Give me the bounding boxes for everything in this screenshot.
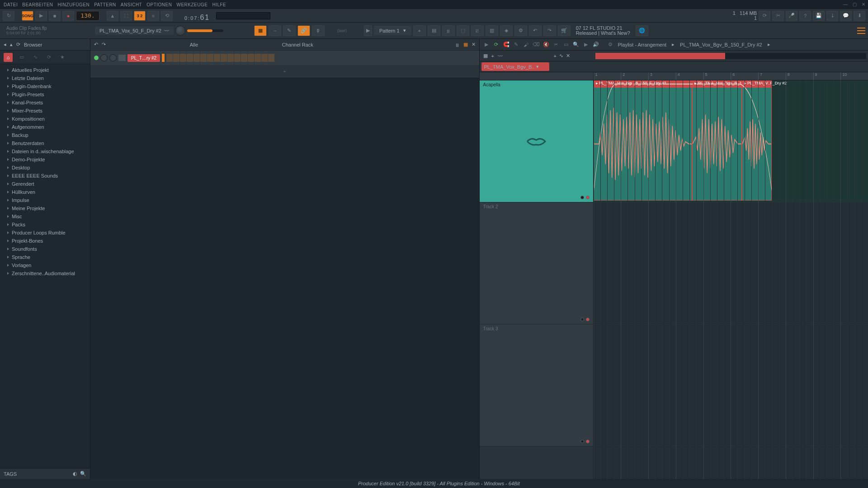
tree-item[interactable]: Misc bbox=[0, 212, 90, 221]
channel-pan-knob[interactable] bbox=[100, 54, 108, 61]
pl-sync-icon[interactable]: ⟳ bbox=[492, 41, 500, 49]
export-button[interactable]: ⤓ bbox=[826, 11, 838, 21]
step-cell[interactable] bbox=[241, 54, 247, 62]
step-cell[interactable] bbox=[255, 54, 261, 62]
audio-clip-1[interactable]: ▸ PL_TMA_Vox_Bgv_B_150_F_Dry #2 bbox=[594, 80, 693, 201]
wait-button[interactable]: ⬚ bbox=[120, 11, 132, 21]
metronome-button[interactable]: ▲ bbox=[107, 11, 118, 21]
tool-slice-button[interactable]: ✎ bbox=[283, 25, 296, 36]
pl-play-icon[interactable]: ▶ bbox=[482, 41, 491, 49]
tree-item[interactable]: Demo-Projekte bbox=[0, 155, 90, 164]
pl-wave-icon[interactable]: 〰 bbox=[498, 53, 503, 59]
channel-vol-knob[interactable] bbox=[109, 54, 117, 61]
view-channels-button[interactable]: ▤ bbox=[428, 25, 440, 36]
pl-slice-icon[interactable]: ✂ bbox=[552, 41, 560, 49]
playlist-crumb-clip[interactable]: PL_TMA_Vox_Bgv_B_150_F_Dry #2 bbox=[678, 42, 764, 47]
bar-tick[interactable]: 8 bbox=[786, 72, 813, 80]
tree-item[interactable]: Sprache bbox=[0, 253, 90, 261]
rewind-button[interactable]: ↻ bbox=[3, 11, 14, 21]
step-cell[interactable] bbox=[248, 54, 254, 62]
pl-automate-icon[interactable]: ∿ bbox=[559, 53, 563, 59]
pl-closepick-icon[interactable]: ✕ bbox=[566, 53, 570, 59]
close-button[interactable]: ✕ bbox=[859, 0, 868, 8]
menu-options[interactable]: OPTIONEN bbox=[145, 2, 174, 7]
tree-item[interactable]: Impulse bbox=[0, 196, 90, 204]
help-button[interactable]: ? bbox=[799, 11, 811, 21]
browser-refresh-button[interactable]: ⟳ bbox=[44, 53, 53, 62]
channel-enable-dot[interactable] bbox=[94, 56, 99, 60]
step-cell[interactable] bbox=[193, 54, 200, 62]
refresh-icon[interactable]: ⟳ bbox=[16, 42, 20, 47]
picker-clip-chip[interactable]: PL_TMA_Vox_Bgv_B.. ▾ bbox=[481, 62, 549, 71]
browser-home-button[interactable]: ⌂ bbox=[4, 53, 13, 62]
save-button[interactable]: 💾 bbox=[813, 11, 825, 21]
ch-close-icon[interactable]: ✕ bbox=[472, 42, 476, 47]
overdub-button[interactable]: ≡ bbox=[147, 11, 159, 21]
channel-add-button[interactable]: + bbox=[90, 65, 479, 78]
pattern-play-button[interactable]: ▶ bbox=[364, 25, 372, 36]
bar-tick[interactable]: 9 bbox=[813, 72, 841, 80]
pl-add-icon[interactable]: + bbox=[491, 53, 494, 59]
playlist-ruler[interactable]: 12345678910 bbox=[480, 72, 868, 80]
tree-item[interactable]: Vorlagen bbox=[0, 261, 90, 269]
bar-tick[interactable]: 7 bbox=[758, 72, 786, 80]
bar-tick[interactable]: 6 bbox=[731, 72, 758, 80]
step-cell[interactable] bbox=[187, 54, 193, 62]
globe-button[interactable]: 🌐 bbox=[636, 25, 648, 36]
tree-item[interactable]: Packs bbox=[0, 221, 90, 229]
pl-grid-icon[interactable]: ▦ bbox=[483, 53, 488, 59]
ch-back-icon[interactable]: ↶ bbox=[94, 42, 98, 47]
tree-item[interactable]: Zerschnittene..Audiomaterial bbox=[0, 269, 90, 277]
channel-route-box[interactable] bbox=[118, 55, 126, 61]
pl-select-icon[interactable]: ▭ bbox=[562, 41, 570, 49]
browser-fav-button[interactable]: ★ bbox=[58, 53, 67, 62]
view-sliders-button[interactable]: ⎚ bbox=[471, 25, 484, 36]
pattern-selector[interactable]: Pattern 1▾ bbox=[374, 26, 411, 35]
news-box[interactable]: 07 12 FL STUDIO 21 Released | What's New… bbox=[572, 26, 634, 36]
minimize-button[interactable]: — bbox=[841, 0, 850, 8]
ch-filter[interactable]: Alle bbox=[190, 42, 198, 47]
step-cell[interactable] bbox=[173, 54, 179, 62]
chevron-left-icon[interactable]: ◂ bbox=[4, 42, 6, 47]
shop-button[interactable]: 🛒 bbox=[558, 25, 571, 36]
menu-add[interactable]: HINZUFÜGEN bbox=[56, 2, 92, 7]
view-playlist-button[interactable]: ▦ bbox=[254, 25, 267, 36]
track-header-1[interactable]: Acapella bbox=[480, 80, 593, 202]
hamburger-button[interactable] bbox=[857, 28, 865, 34]
tree-item[interactable]: Soundfonts bbox=[0, 245, 90, 253]
view-next-button[interactable]: → bbox=[269, 25, 281, 36]
song-mode-button[interactable]: SONG bbox=[22, 11, 33, 21]
step-cell[interactable] bbox=[180, 54, 186, 62]
track-header-3[interactable]: Track 3 bbox=[480, 324, 593, 446]
redo-button[interactable]: ↷ bbox=[543, 25, 556, 36]
step-cell[interactable] bbox=[227, 54, 234, 62]
tool-link-button[interactable]: 🔗 bbox=[297, 25, 310, 36]
pl-pencil-icon[interactable]: ✎ bbox=[512, 41, 520, 49]
menu-edit[interactable]: BEARBEITEN bbox=[20, 2, 55, 7]
ch-graph-icon[interactable]: ⫼ bbox=[455, 42, 460, 47]
bar-tick[interactable]: 5 bbox=[703, 72, 731, 80]
undo-button[interactable]: ↶ bbox=[529, 25, 542, 36]
menubar[interactable]: DATEI BEARBEITEN HINZUFÜGEN PATTERN ANSI… bbox=[0, 0, 868, 9]
channel-select-bar[interactable] bbox=[162, 54, 165, 62]
step-sequencer[interactable] bbox=[166, 54, 274, 62]
menu-tools[interactable]: WERKZEUGE bbox=[175, 2, 209, 7]
step-cell[interactable] bbox=[268, 54, 274, 62]
bar-tick[interactable]: 1 bbox=[594, 72, 621, 80]
track-solo-dot[interactable] bbox=[586, 440, 590, 443]
ch-fwd-icon[interactable]: ↷ bbox=[102, 42, 106, 47]
bar-tick[interactable]: 3 bbox=[648, 72, 676, 80]
playlist-minimap[interactable] bbox=[595, 53, 867, 59]
tree-item[interactable]: Kanal-Presets bbox=[0, 99, 90, 107]
audio-clip-3[interactable]: ▸ PL_TMA_V..F_Dry #2 bbox=[742, 80, 772, 201]
step-cell[interactable] bbox=[200, 54, 207, 62]
browser-tree[interactable]: Aktuelles ProjektLetzte DateienPlugin-Da… bbox=[0, 64, 90, 468]
volume-slider[interactable] bbox=[187, 29, 223, 32]
search-icon[interactable]: 🔍 bbox=[80, 471, 86, 477]
track-mute-dot[interactable] bbox=[580, 318, 584, 321]
ch-grid-icon[interactable]: ▦ bbox=[463, 42, 468, 47]
pattern-add-button[interactable]: + bbox=[413, 25, 426, 36]
maximize-button[interactable]: ▢ bbox=[850, 0, 859, 8]
tools-button[interactable]: ✂ bbox=[772, 11, 784, 21]
view-tempo-button[interactable]: ⚙ bbox=[514, 25, 527, 36]
